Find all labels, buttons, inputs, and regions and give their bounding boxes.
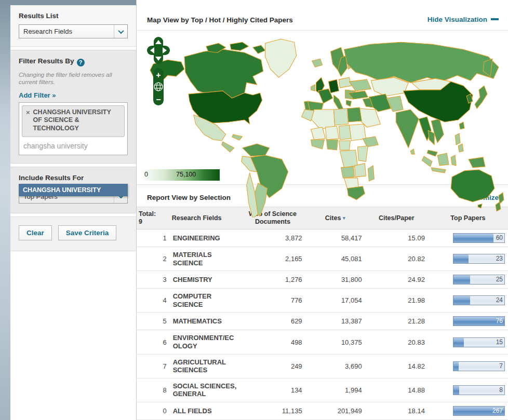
research-field-link[interactable]: CHEMISTRY xyxy=(170,271,240,289)
left-rail-background: Results List Research Fields Filter Resu… xyxy=(0,0,136,420)
cites-per-paper-value: 20.83 xyxy=(365,330,428,354)
wos-documents-value: 1,276 xyxy=(240,271,305,289)
top-papers-bar[interactable]: 8 xyxy=(453,385,505,395)
table-row: 0 ALL FIELDS 11,135 201,949 18.14 267 xyxy=(137,402,508,420)
cites-value: 3,690 xyxy=(305,354,365,378)
filter-chip-label: CHANGSHA UNIVERSITY OF SCIENCE & TECHNOL… xyxy=(33,109,121,133)
map-navigation-controls[interactable]: + − xyxy=(147,37,170,107)
top-papers-bar-fill xyxy=(453,338,464,347)
filter-section: Filter Results By? Changing the filter f… xyxy=(10,50,136,164)
top-papers-count: 76 xyxy=(496,317,503,324)
table-row: 4 COMPUTER SCIENCE 776 17,054 21.98 24 xyxy=(137,289,508,313)
top-papers-cell: 267 xyxy=(428,402,508,420)
main-panel: Map View by Top / Hot / Highly Cited Pap… xyxy=(136,0,508,420)
top-papers-count: 24 xyxy=(496,296,503,304)
autocomplete-option-highlighted[interactable]: CHANGSHA UNIVERSITY xyxy=(19,184,128,196)
remove-filter-icon[interactable]: × xyxy=(26,109,30,133)
wos-documents-value: 776 xyxy=(240,289,305,313)
sidebar: Results List Research Fields Filter Resu… xyxy=(10,5,136,420)
filter-chip: × CHANGSHA UNIVERSITY OF SCIENCE & TECHN… xyxy=(22,105,125,137)
cites-per-paper-value: 14.88 xyxy=(365,378,428,402)
table-row: 8 SOCIAL SCIENCES, GENERAL 134 1,994 14.… xyxy=(137,378,508,402)
hide-visualization-link[interactable]: Hide Visualization xyxy=(427,16,487,23)
cites-value: 31,800 xyxy=(305,271,365,289)
results-list-select[interactable]: Research Fields xyxy=(19,24,128,38)
map-view-header: Map View by Top / Hot / Highly Cited Pap… xyxy=(137,0,508,31)
cites-value: 45,081 xyxy=(305,247,365,271)
legend-min-label: 0 xyxy=(144,171,148,178)
research-field-link[interactable]: ENGINEERING xyxy=(170,229,240,247)
table-row: 3 CHEMISTRY 1,276 31,800 24.92 25 xyxy=(137,271,508,289)
top-papers-bar[interactable]: 23 xyxy=(453,254,505,264)
zoom-in-icon[interactable]: + xyxy=(156,71,161,79)
row-rank: 8 xyxy=(137,378,170,402)
cites-value: 1,994 xyxy=(305,378,365,402)
zoom-out-icon[interactable]: − xyxy=(156,95,161,104)
top-papers-cell: 60 xyxy=(428,229,508,247)
top-papers-bar[interactable]: 24 xyxy=(453,295,505,305)
add-filter-link[interactable]: Add Filter » xyxy=(19,91,56,99)
report-table: Total: 9 Research Fields Web of Science … xyxy=(137,207,508,420)
minimize-icon[interactable] xyxy=(491,18,499,20)
save-criteria-button[interactable]: Save Criteria xyxy=(58,225,117,240)
research-field-link[interactable]: COMPUTER SCIENCE xyxy=(170,289,240,313)
top-papers-bar[interactable]: 76 xyxy=(453,316,505,326)
research-field-link[interactable]: MATHEMATICS xyxy=(170,313,240,330)
top-papers-cell: 7 xyxy=(428,354,508,378)
wos-documents-value: 134 xyxy=(240,378,305,402)
table-row: 7 AGRICULTURAL SCIENCES 249 3,690 14.82 … xyxy=(137,354,508,378)
legend-max-label: 75,100 xyxy=(176,171,196,178)
map-view-title: Map View by Top / Hot / Highly Cited Pap… xyxy=(147,16,293,24)
cites-value: 58,417 xyxy=(305,229,365,247)
table-row: 5 MATHEMATICS 629 13,387 21.28 76 xyxy=(137,313,508,330)
cites-per-paper-value: 24.92 xyxy=(365,271,428,289)
clear-button[interactable]: Clear xyxy=(19,225,52,240)
top-papers-bar[interactable]: 267 xyxy=(453,406,505,416)
top-papers-cell: 15 xyxy=(428,330,508,354)
top-papers-bar[interactable]: 15 xyxy=(453,337,505,347)
cites-value: 10,375 xyxy=(305,330,365,354)
results-list-heading: Results List xyxy=(19,12,128,20)
top-papers-bar[interactable]: 60 xyxy=(453,233,505,243)
top-papers-count: 7 xyxy=(499,362,503,370)
top-papers-count: 25 xyxy=(496,276,503,283)
research-field-link[interactable]: SOCIAL SCIENCES, GENERAL xyxy=(170,378,240,402)
cites-per-paper-value: 21.98 xyxy=(365,289,428,313)
world-map[interactable] xyxy=(140,33,505,218)
research-field-link[interactable]: ENVIRONMENT/ECOLOGY xyxy=(170,330,240,354)
help-icon[interactable]: ? xyxy=(77,59,85,66)
results-list-section: Results List Research Fields xyxy=(10,5,136,47)
cites-per-paper-value: 14.82 xyxy=(365,354,428,378)
top-papers-cell: 23 xyxy=(428,247,508,271)
wos-documents-value: 11,135 xyxy=(240,402,305,420)
top-papers-bar[interactable]: 7 xyxy=(453,361,505,371)
top-papers-bar-fill xyxy=(453,362,459,371)
top-papers-count: 23 xyxy=(496,255,503,262)
research-field-link[interactable]: MATERIALS SCIENCE xyxy=(170,247,240,271)
row-rank: 5 xyxy=(137,313,170,330)
filter-heading: Filter Results By? xyxy=(19,57,128,66)
results-list-select-value: Research Fields xyxy=(19,28,114,35)
cites-per-paper-value: 20.82 xyxy=(365,247,428,271)
chevron-down-icon[interactable] xyxy=(114,25,127,38)
research-field-link[interactable]: AGRICULTURAL SCIENCES xyxy=(170,354,240,378)
include-results-section: Include Results For CHANGSHA UNIVERSITY … xyxy=(10,167,136,213)
top-papers-bar-fill xyxy=(453,275,470,284)
top-papers-count: 60 xyxy=(496,234,503,241)
choropleth-legend: 0 75,100 xyxy=(143,169,220,181)
top-papers-count: 267 xyxy=(492,407,503,414)
filter-search-input[interactable] xyxy=(22,137,125,152)
world-map-area: + − 0 75,100 xyxy=(137,31,508,184)
research-field-link[interactable]: ALL FIELDS xyxy=(170,402,240,420)
report-table-body: 1 ENGINEERING 3,872 58,417 15.09 60 2 MA… xyxy=(137,229,508,420)
top-papers-bar-fill xyxy=(453,254,469,263)
wos-documents-value: 2,165 xyxy=(240,247,305,271)
cites-value: 13,387 xyxy=(305,313,365,330)
filter-note: Changing the filter field removes all cu… xyxy=(19,71,128,86)
row-rank: 7 xyxy=(137,354,170,378)
include-results-heading: Include Results For xyxy=(19,174,128,182)
top-papers-bar[interactable]: 25 xyxy=(453,275,505,284)
wos-documents-value: 629 xyxy=(240,313,305,330)
wos-documents-value: 498 xyxy=(240,330,305,354)
cites-value: 201,949 xyxy=(305,402,365,420)
